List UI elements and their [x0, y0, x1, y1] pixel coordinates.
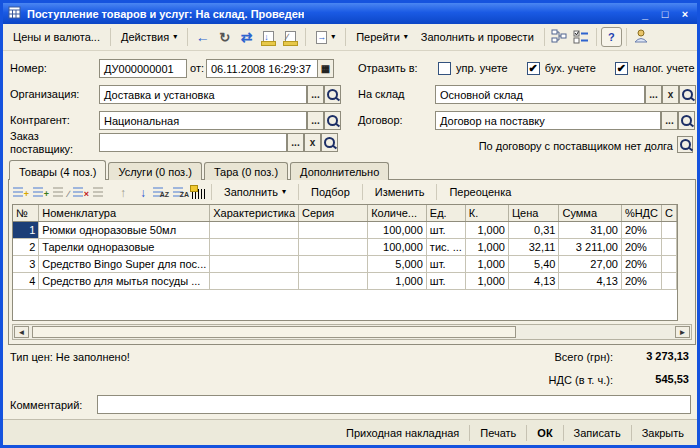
cell[interactable]: 5,000	[368, 256, 427, 273]
fill-menu-button[interactable]: Заполнить ▾	[217, 184, 293, 200]
supplier-order-clear-button[interactable]: x	[304, 133, 321, 152]
cell[interactable]: 2	[13, 239, 39, 256]
cell[interactable]	[662, 256, 677, 273]
cell[interactable]	[210, 222, 299, 239]
warehouse-select-button[interactable]: ...	[645, 85, 662, 104]
cell[interactable]: 20%	[621, 256, 661, 273]
tab[interactable]: Тара (0 поз.)	[204, 162, 288, 180]
cell[interactable]	[299, 273, 368, 290]
table-row[interactable]: 1Рюмки одноразовые 50мл100,000шт.1,0000,…	[13, 222, 677, 239]
horizontal-scrollbar[interactable]: ◄ ►	[12, 324, 692, 340]
cell[interactable]: 20%	[621, 239, 661, 256]
cell[interactable]: 32,11	[508, 239, 559, 256]
cell[interactable]: 1,000	[465, 256, 508, 273]
minimize-icon[interactable]: _	[638, 8, 652, 20]
list-settings-button[interactable]	[571, 27, 592, 47]
cell[interactable]: 27,00	[559, 256, 621, 273]
cell[interactable]: 20%	[621, 273, 661, 290]
cell[interactable]: 4	[13, 273, 39, 290]
supplier-order-open-button[interactable]	[321, 133, 338, 152]
column-header[interactable]: С	[662, 205, 677, 222]
cell[interactable]	[662, 273, 677, 290]
date-field[interactable]: 06.11.2008 16:29:37	[206, 59, 318, 78]
cell[interactable]	[299, 239, 368, 256]
cell[interactable]: 20%	[621, 222, 661, 239]
supplier-order-select-button[interactable]: ...	[287, 133, 304, 152]
cell[interactable]: 1,000	[465, 222, 508, 239]
prices-currency-button[interactable]: Цены и валюта...	[7, 29, 106, 45]
fill-and-post-button[interactable]: Заполнить и провести	[415, 29, 540, 45]
footer-button[interactable]: Записать	[566, 424, 629, 442]
back-button[interactable]: ←	[192, 27, 213, 47]
cell[interactable]: Рюмки одноразовые 50мл	[39, 222, 210, 239]
cell[interactable]: шт.	[426, 256, 465, 273]
scroll-left-icon[interactable]: ◄	[14, 326, 29, 338]
cell[interactable]	[210, 239, 299, 256]
column-header[interactable]: К.	[465, 205, 508, 222]
cell[interactable]	[299, 256, 368, 273]
cell[interactable]: 3 211,00	[559, 239, 621, 256]
cell[interactable]	[662, 239, 677, 256]
cell[interactable]: тис. ...	[426, 239, 465, 256]
contract-open-button[interactable]	[678, 111, 695, 130]
cell[interactable]: 3	[13, 256, 39, 273]
cell[interactable]: 1,000	[465, 239, 508, 256]
structure-button[interactable]	[549, 27, 570, 47]
contract-select-button[interactable]: ...	[661, 111, 678, 130]
organization-field[interactable]: Доставка и установка	[99, 85, 307, 104]
warehouse-open-button[interactable]	[679, 85, 696, 104]
title-bar[interactable]: Поступление товаров и услуг: На склад. П…	[3, 3, 697, 24]
cell[interactable]: 0,31	[508, 222, 559, 239]
footer-button[interactable]: Печать	[472, 424, 524, 442]
reprice-button[interactable]: Переоценка	[442, 184, 518, 200]
checkbox[interactable]: ✔	[527, 62, 540, 75]
warehouse-clear-button[interactable]: x	[662, 85, 679, 104]
contractor-open-button[interactable]	[324, 111, 341, 130]
delete-row-icon[interactable]: ×	[72, 184, 89, 200]
tab[interactable]: Дополнительно	[290, 162, 389, 180]
column-header[interactable]: Сумма	[559, 205, 621, 222]
unpost-document-button[interactable]: ∕	[280, 27, 301, 47]
table-row[interactable]: 2Тарелки одноразовые100,000тис. ...1,000…	[13, 239, 677, 256]
contractor-field[interactable]: Национальная	[99, 111, 307, 130]
sort-desc-icon[interactable]: ZA	[172, 184, 189, 200]
edit-row-icon[interactable]: ∕	[52, 184, 69, 200]
cell[interactable]: 5,40	[508, 256, 559, 273]
cell[interactable]: 31,00	[559, 222, 621, 239]
column-header[interactable]: Ед.	[426, 205, 465, 222]
contractor-select-button[interactable]: ...	[307, 111, 324, 130]
supplier-order-field[interactable]	[99, 133, 287, 152]
close-icon[interactable]: ×	[678, 8, 692, 20]
sort-asc-icon[interactable]: AZ	[152, 184, 169, 200]
cell[interactable]	[210, 273, 299, 290]
copy-row-icon[interactable]: +	[32, 184, 49, 200]
table-row[interactable]: 4Средство для мытья посуды ...1,000шт.1,…	[13, 273, 677, 290]
footer-button[interactable]: Приходная накладная	[338, 424, 467, 442]
footer-button[interactable]: ОК	[529, 424, 560, 442]
cell[interactable]	[662, 222, 677, 239]
cell[interactable]: 1,000	[368, 273, 427, 290]
scrollbar-thumb[interactable]	[32, 326, 516, 338]
move-down-icon[interactable]: ↓	[132, 184, 149, 200]
cell[interactable]	[210, 256, 299, 273]
organization-open-button[interactable]	[324, 85, 341, 104]
cell[interactable]: шт.	[426, 273, 465, 290]
column-header[interactable]: Цена	[508, 205, 559, 222]
cell[interactable]: 100,000	[368, 239, 427, 256]
cell[interactable]: Тарелки одноразовые	[39, 239, 210, 256]
footer-button[interactable]: Закрыть	[634, 424, 692, 442]
tab[interactable]: Товары (4 поз.)	[9, 160, 106, 180]
column-header[interactable]: %НДС	[621, 205, 661, 222]
debt-open-button[interactable]	[677, 136, 693, 153]
goto-document-button[interactable]: → ▾	[310, 29, 341, 46]
edit-button[interactable]: Изменить	[368, 184, 432, 200]
column-header[interactable]: Характеристика	[210, 205, 299, 222]
maximize-icon[interactable]: □	[658, 8, 672, 20]
post-document-button[interactable]: ↓	[258, 27, 279, 47]
move-up-icon[interactable]: ↑	[112, 184, 129, 200]
cell[interactable]: 4,13	[559, 273, 621, 290]
warehouse-field[interactable]: Основной склад	[435, 85, 645, 104]
scroll-right-icon[interactable]: ►	[675, 326, 690, 338]
goto-menu-button[interactable]: Перейти ▾	[350, 29, 414, 45]
pick-button[interactable]: Подбор	[304, 184, 357, 200]
